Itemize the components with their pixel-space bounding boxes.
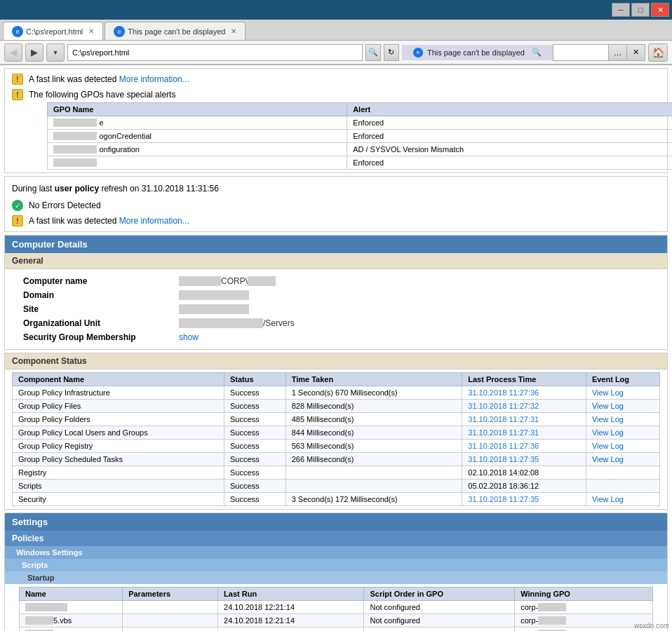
search-input[interactable] bbox=[553, 44, 609, 61]
comp-status-9: Success bbox=[224, 493, 285, 506]
gpo-row-4: ████████ Enforced bbox=[48, 156, 673, 170]
title-bar: ─ □ ✕ bbox=[0, 0, 672, 20]
comp-last-9: 31.10.2018 11:27:35 bbox=[462, 493, 586, 506]
gpo-row-3: ████████ onfiguration AD / SYSVOL Versio… bbox=[48, 143, 673, 156]
comp-last-8: 05.02.2018 18:36:12 bbox=[462, 480, 586, 493]
search-icon-button[interactable]: … bbox=[609, 44, 627, 61]
warn-icon-2: ! bbox=[12, 89, 23, 100]
startup-name-3: ███s.ps1 bbox=[20, 627, 123, 632]
detail-row-computer-name: Computer name ████CORP\███ bbox=[20, 275, 652, 287]
comp-last-5: 31.10.2018 11:27:36 bbox=[462, 440, 586, 453]
comp-time-4: 844 Millisecond(s) bbox=[285, 426, 462, 440]
tab1-close[interactable]: ✕ bbox=[88, 27, 94, 35]
comp-log-4: View Log bbox=[586, 426, 659, 440]
maximize-button[interactable]: □ bbox=[631, 3, 650, 17]
gpo-alert-text: The following GPOs have special alerts bbox=[29, 90, 175, 100]
comp-status-7: Success bbox=[224, 466, 285, 480]
home-button[interactable]: 🏠 bbox=[648, 43, 668, 62]
computer-name-value: ████CORP\███ bbox=[176, 275, 652, 287]
comp-last-1: 31.10.2018 11:27:36 bbox=[462, 386, 586, 400]
settings-header: Settings bbox=[5, 513, 667, 531]
comp-row-6: Group Policy Scheduled Tasks Success 266… bbox=[13, 453, 660, 466]
page-content: ! A fast link was detected More informat… bbox=[0, 65, 672, 631]
tab2-close[interactable]: ✕ bbox=[231, 27, 236, 35]
component-status-header: Component Status bbox=[5, 353, 667, 369]
tab2-icon: e bbox=[114, 26, 125, 37]
view-log-5[interactable]: View Log bbox=[592, 442, 624, 450]
comp-log-5: View Log bbox=[586, 440, 659, 453]
user-policy-section: During last user policy refresh on 31.10… bbox=[4, 176, 668, 232]
comp-name-3: Group Policy Folders bbox=[13, 413, 224, 426]
view-log-4[interactable]: View Log bbox=[592, 428, 624, 437]
gpo-table-container: GPO Name Alert ████████ e Enforced █████… bbox=[26, 102, 660, 170]
comp-row-3: Group Policy Folders Success 485 Millise… bbox=[13, 413, 660, 426]
gpo-name-blurred-1: ████████ bbox=[53, 118, 97, 127]
comp-last-3: 31.10.2018 11:27:31 bbox=[462, 413, 586, 426]
address-input[interactable] bbox=[67, 44, 363, 61]
comp-time-5: 563 Millisecond(s) bbox=[285, 440, 462, 453]
detail-row-domain: Domain ████████ bbox=[20, 289, 652, 301]
startup-params-1 bbox=[123, 601, 218, 614]
startup-col-gpo: Winning GPO bbox=[515, 588, 653, 601]
detail-row-security-group: Security Group Membership show bbox=[20, 331, 652, 344]
view-log-9[interactable]: View Log bbox=[592, 495, 624, 503]
comp-status-5: Success bbox=[224, 440, 285, 453]
second-tab-label: This page can't be displayed bbox=[427, 48, 525, 57]
top-alerts-section: ! A fast link was detected More informat… bbox=[4, 68, 668, 173]
comp-name-5: Group Policy Registry bbox=[13, 440, 224, 453]
startup-run-3: 24.10.2018 12:21:14 bbox=[218, 627, 364, 632]
gpo-alert-3: AD / SYSVOL Version Mismatch bbox=[347, 143, 672, 156]
startup-gpo-3: corp-███Policy bbox=[515, 627, 653, 632]
comp-log-3: View Log bbox=[586, 413, 659, 426]
startup-params-2 bbox=[123, 614, 218, 627]
tab-1[interactable]: e C:\ps\report.html ✕ bbox=[3, 22, 103, 40]
close-button[interactable]: ✕ bbox=[651, 3, 669, 17]
startup-order-1: Not configured bbox=[364, 601, 515, 614]
view-log-1[interactable]: View Log bbox=[592, 388, 624, 397]
back-button[interactable]: ◀ bbox=[4, 43, 22, 62]
more-info-link-1[interactable]: More information... bbox=[119, 74, 189, 84]
minimize-button[interactable]: ─ bbox=[612, 3, 630, 17]
recent-pages-button[interactable]: ▼ bbox=[46, 43, 65, 62]
forward-button[interactable]: ▶ bbox=[25, 43, 43, 62]
comp-row-4: Group Policy Local Users and Groups Succ… bbox=[13, 426, 660, 440]
refresh-button[interactable]: ↻ bbox=[384, 44, 399, 61]
view-log-3[interactable]: View Log bbox=[592, 415, 624, 423]
search-button-addr[interactable]: 🔍 bbox=[365, 44, 381, 61]
second-tab-icon: e bbox=[413, 48, 423, 57]
comp-log-7 bbox=[586, 466, 659, 480]
comp-status-4: Success bbox=[224, 426, 285, 440]
comp-time-3: 485 Millisecond(s) bbox=[285, 413, 462, 426]
show-link[interactable]: show bbox=[179, 332, 199, 342]
second-tab-icon2: 🔍 bbox=[532, 48, 542, 57]
comp-last-7: 02.10.2018 14:02:08 bbox=[462, 466, 586, 480]
comp-col-name: Component Name bbox=[13, 373, 224, 386]
policies-header: Policies bbox=[5, 531, 667, 546]
view-log-6[interactable]: View Log bbox=[592, 455, 624, 463]
comp-log-9: View Log bbox=[586, 493, 659, 506]
startup-header-row: Name Parameters Last Run Script Order in… bbox=[20, 588, 653, 601]
more-info-link-2[interactable]: More information... bbox=[119, 216, 189, 226]
fast-link-text: A fast link was detected bbox=[29, 74, 116, 84]
computer-details-header: Computer Details bbox=[5, 236, 667, 253]
comp-row-5: Group Policy Registry Success 563 Millis… bbox=[13, 440, 660, 453]
comp-status-6: Success bbox=[224, 453, 285, 466]
startup-run-2: 24.10.2018 12:21:14 bbox=[218, 614, 364, 627]
view-log-2[interactable]: View Log bbox=[592, 402, 624, 410]
startup-row-2: ███5.vbs 24.10.2018 12:21:14 Not configu… bbox=[20, 614, 653, 627]
tab1-label: C:\ps\report.html bbox=[26, 27, 83, 36]
comp-log-1: View Log bbox=[586, 386, 659, 400]
gpo-alert-4: Enforced bbox=[347, 156, 672, 170]
comp-status-2: Success bbox=[224, 400, 285, 413]
comp-col-status: Status bbox=[224, 373, 285, 386]
comp-row-8: Scripts Success 05.02.2018 18:36:12 bbox=[13, 480, 660, 493]
ou-label: Organizational Unit bbox=[20, 317, 175, 330]
settings-section: Settings Policies Windows Settings Scrip… bbox=[4, 513, 668, 631]
detail-row-ou: Organizational Unit ██████████/Servers bbox=[20, 317, 652, 330]
warn-icon-3: ! bbox=[12, 215, 23, 226]
comp-table-header-row: Component Name Status Time Taken Last Pr… bbox=[13, 373, 660, 386]
computer-details-section: Computer Details General Computer name █… bbox=[4, 235, 668, 350]
tab-2[interactable]: e This page can't be displayed ✕ bbox=[105, 22, 246, 40]
search-close-button[interactable]: ✕ bbox=[627, 44, 645, 61]
during-text: During last bbox=[12, 184, 55, 194]
